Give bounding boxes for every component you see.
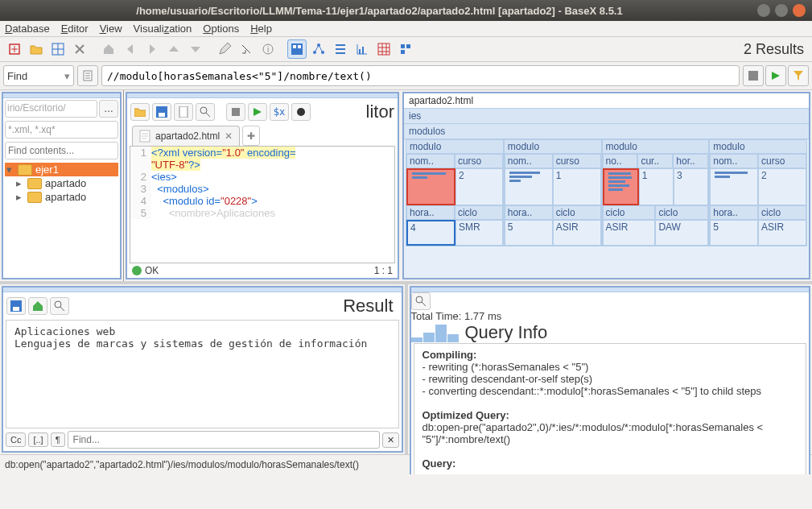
window-minimize-button[interactable] <box>757 4 770 17</box>
project-tree[interactable]: ▾ejer1 ▸apartado ▸apartado <box>3 161 120 278</box>
editor-stop-button[interactable] <box>226 103 245 121</box>
viz-root[interactable]: ies <box>404 109 809 124</box>
editor-run-button[interactable] <box>248 103 267 121</box>
viz-module[interactable]: modulo nom..curso 1 hora..ciclo 5ASIR <box>504 139 602 246</box>
filter-button[interactable] <box>788 65 809 86</box>
back-button[interactable] <box>121 39 140 59</box>
status-ok-icon <box>132 266 142 275</box>
result-regex-button[interactable]: [..] <box>28 432 47 447</box>
svg-rect-19 <box>159 113 165 117</box>
xquery-input[interactable] <box>101 65 740 86</box>
results-count-label: 2 Results <box>744 41 807 58</box>
editor-title: litor <box>366 101 394 122</box>
history-button[interactable] <box>77 65 98 86</box>
window-title: /home/usuario/Escritorio/LLMM/Tema-11/ej… <box>6 5 752 17</box>
editor-open-button[interactable] <box>130 103 150 121</box>
svg-rect-26 <box>13 307 19 311</box>
viz-module[interactable]: modulo no..cur..hor.. 13 ciclociclo ASIR… <box>602 139 710 246</box>
svg-rect-11 <box>362 47 364 54</box>
tab-add-button[interactable]: ✚ <box>242 126 260 146</box>
tab-close-icon[interactable]: ✕ <box>225 130 233 142</box>
result-label: Result <box>343 296 398 317</box>
result-text[interactable]: Aplicaciones web Lenguajes de marcas y s… <box>6 320 399 428</box>
editor-debug-button[interactable] <box>291 103 311 121</box>
main-toolbar: i 2 Results <box>0 37 812 62</box>
queryinfo-label: Query Info <box>465 322 553 343</box>
svg-rect-5 <box>293 45 296 48</box>
open-button[interactable] <box>27 39 46 59</box>
project-panel: irio/Escritorio/ … ▾ejer1 ▸apartado ▸apa… <box>0 90 124 281</box>
menu-database[interactable]: DDatabaseatabase <box>5 23 50 35</box>
project-path[interactable]: irio/Escritorio/ <box>5 100 97 118</box>
table-view-button[interactable] <box>374 39 394 59</box>
bottom-panels: Result Aplicaciones web Lenguajes de mar… <box>0 281 812 454</box>
result-find-input[interactable] <box>68 431 380 449</box>
queryinfo-search-button[interactable] <box>411 292 431 310</box>
editor-panel: $x litor apartado2.html ✕ ✚ 1<?xml versi… <box>124 90 401 281</box>
timing-sparkline <box>411 323 459 342</box>
cursor-position: 1 : 1 <box>374 265 393 276</box>
tree-item-ejer1[interactable]: ▾ejer1 <box>5 163 118 176</box>
folder-view-button[interactable] <box>331 39 350 59</box>
svg-rect-6 <box>298 45 301 48</box>
menubar: DDatabaseatabase Editor View Visualizati… <box>0 21 812 37</box>
up-button[interactable] <box>164 39 183 59</box>
explorer-view-button[interactable] <box>396 39 415 59</box>
project-path-more-button[interactable]: … <box>99 100 118 118</box>
viz-modulos[interactable]: modulos <box>404 124 809 139</box>
menu-view[interactable]: View <box>100 23 122 35</box>
down-button[interactable] <box>186 39 205 59</box>
result-home-button[interactable] <box>28 297 47 315</box>
editor-search-button[interactable] <box>196 103 215 121</box>
info-button[interactable]: i <box>258 39 278 59</box>
editor-tab[interactable]: apartado2.html ✕ <box>132 126 240 146</box>
svg-rect-22 <box>232 108 240 116</box>
result-save-button[interactable] <box>6 297 26 315</box>
svg-rect-20 <box>179 106 188 118</box>
forward-button[interactable] <box>142 39 162 59</box>
editor-vars-button[interactable]: $x <box>270 103 289 121</box>
menu-help[interactable]: Help <box>250 23 272 35</box>
tree-item-apartado1[interactable]: ▸apartado <box>5 176 118 190</box>
edit-button[interactable] <box>215 39 234 59</box>
map-view-button[interactable] <box>287 39 307 59</box>
menu-editor[interactable]: Editor <box>61 23 89 35</box>
run-button[interactable] <box>765 65 786 86</box>
result-find-clear-button[interactable]: ✕ <box>382 432 399 448</box>
viz-module[interactable]: modulo nom..curso 2 hora..ciclo 4SMR <box>406 139 504 246</box>
stop-button[interactable] <box>743 65 764 86</box>
status-ok-label: OK <box>145 265 159 276</box>
svg-text:i: i <box>267 45 269 54</box>
plot-view-button[interactable] <box>352 39 372 59</box>
viz-file[interactable]: apartado2.html <box>404 93 809 109</box>
svg-point-28 <box>416 296 422 303</box>
project-ext-filter[interactable] <box>5 121 118 139</box>
statusbar-path: db:open("apartado2","apartado2.html")/ie… <box>5 459 359 470</box>
file-icon <box>139 130 150 143</box>
home-button[interactable] <box>99 39 118 59</box>
tree-view-button[interactable] <box>309 39 328 59</box>
queryinfo-text[interactable]: Compiling: - rewriting (*:horasSemanales… <box>414 343 807 474</box>
menu-visualization[interactable]: Visualization <box>134 23 192 35</box>
result-search-button[interactable] <box>50 297 69 315</box>
grid-button[interactable] <box>48 39 68 59</box>
result-para-button[interactable]: ¶ <box>51 432 65 447</box>
menu-options[interactable]: Options <box>203 23 239 35</box>
viz-module[interactable]: modulo nom..curso 2 hora..ciclo 5ASIR <box>709 139 807 246</box>
code-editor[interactable]: 1<?xml version="1.0" encoding= "UTF-8"?>… <box>130 146 395 263</box>
svg-rect-15 <box>401 50 405 54</box>
main-area: irio/Escritorio/ … ▾ejer1 ▸apartado ▸apa… <box>0 90 812 281</box>
result-panel: Result Aplicaciones web Lenguajes de mar… <box>0 284 408 454</box>
editor-save-button[interactable] <box>152 103 171 121</box>
delete-button[interactable] <box>70 39 89 59</box>
tree-item-apartado2[interactable]: ▸apartado <box>5 190 118 204</box>
split-button[interactable] <box>237 39 256 59</box>
new-db-button[interactable] <box>5 39 24 59</box>
editor-tab-label: apartado2.html <box>155 130 220 142</box>
project-content-filter[interactable] <box>5 142 118 159</box>
result-case-button[interactable]: Cc <box>6 432 26 447</box>
query-mode-combo[interactable]: Find▾ <box>3 65 74 86</box>
editor-history-button[interactable] <box>174 103 193 121</box>
window-maximize-button[interactable] <box>775 4 788 17</box>
window-close-button[interactable] <box>793 4 806 17</box>
